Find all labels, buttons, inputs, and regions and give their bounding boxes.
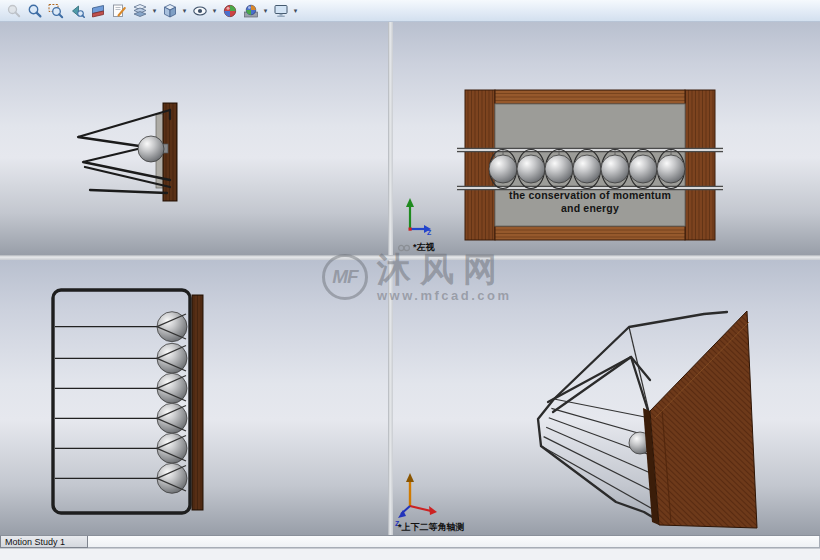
zoom-in-out-icon[interactable]	[24, 1, 45, 21]
ball-column	[157, 312, 187, 494]
viewport-top-right[interactable]: the conservation of momentum and energy	[393, 22, 820, 255]
motion-manager-strip	[88, 536, 820, 548]
view-orientation-icon[interactable]	[159, 1, 180, 21]
heads-up-toolbar: ▾ ▾ ▾ ▾ ▾	[0, 0, 820, 22]
frame-right-post	[685, 90, 715, 240]
side-view-canvas	[0, 22, 388, 255]
top-view-canvas	[0, 260, 388, 535]
status-bar	[0, 548, 820, 560]
edit-appearance-icon[interactable]	[219, 1, 240, 21]
strings	[55, 327, 157, 479]
zoom-to-area-icon[interactable]	[45, 1, 66, 21]
panel-text-line2: and energy	[561, 202, 619, 214]
svg-text:Z: Z	[427, 229, 432, 236]
side-ball	[138, 136, 164, 162]
viewport-bottom-right[interactable]: Z *上下二等角轴测	[393, 260, 820, 535]
cradle-dimetric-view: Z	[395, 311, 757, 528]
viewport-top-left[interactable]	[0, 22, 388, 255]
horizontal-splitter[interactable]	[0, 255, 820, 260]
view-settings-icon[interactable]	[270, 1, 291, 21]
section-view-icon[interactable]	[87, 1, 108, 21]
frame-top-rail	[495, 90, 685, 104]
cradle-side-view	[78, 103, 177, 201]
cradle-front-view: the conservation of momentum and energy	[406, 90, 723, 240]
previous-view-icon[interactable]	[66, 1, 87, 21]
svg-text:Z: Z	[395, 520, 400, 527]
sketch-annotation-icon[interactable]	[108, 1, 129, 21]
apply-scene-icon[interactable]	[240, 1, 261, 21]
solidworks-window: ▾ ▾ ▾ ▾ ▾	[0, 0, 820, 560]
motion-manager-bar: Motion Study 1	[0, 535, 820, 548]
front-view-canvas: the conservation of momentum and energy	[393, 22, 820, 255]
apply-scene-dropdown[interactable]: ▾	[261, 1, 270, 21]
vertical-splitter[interactable]	[388, 22, 393, 535]
viewport-bottom-left[interactable]	[0, 260, 388, 535]
cradle-top-view	[53, 290, 203, 513]
hide-show-items-icon[interactable]	[189, 1, 210, 21]
zoom-to-fit-icon[interactable]	[3, 1, 24, 21]
view-settings-dropdown[interactable]: ▾	[291, 1, 300, 21]
panel-text-line1: the conservation of momentum	[509, 189, 671, 201]
viewport-grid: the conservation of momentum and energy	[0, 22, 820, 535]
wood-panel-iso	[643, 311, 757, 528]
hide-show-items-dropdown[interactable]: ▾	[210, 1, 219, 21]
orientation-triad-iso: Z	[395, 473, 437, 527]
orientation-triad: Z	[406, 198, 432, 236]
display-style-dropdown[interactable]: ▾	[150, 1, 159, 21]
frame-bottom-rail	[495, 226, 685, 240]
display-style-icon[interactable]	[129, 1, 150, 21]
view-orientation-dropdown[interactable]: ▾	[180, 1, 189, 21]
tab-motion-study-1[interactable]: Motion Study 1	[0, 536, 88, 548]
dimetric-view-canvas: Z	[393, 260, 820, 535]
